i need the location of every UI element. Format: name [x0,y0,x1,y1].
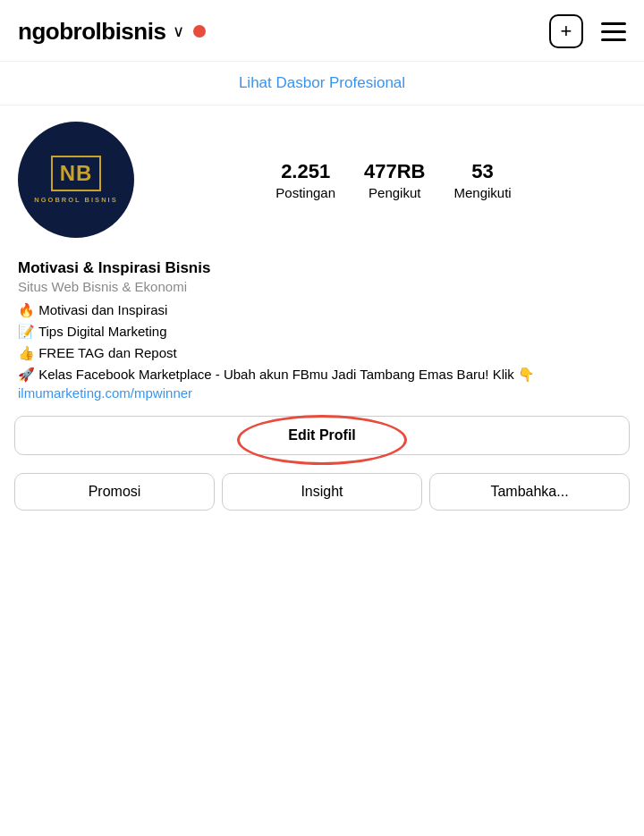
edit-profil-button[interactable]: Edit Profil [14,416,630,455]
stat-mengikuti-label: Mengikuti [454,185,512,200]
chevron-down-icon[interactable]: ∨ [173,21,184,41]
stat-mengikuti-number: 53 [471,160,493,183]
menu-line-1 [601,22,626,25]
plus-icon: + [561,20,572,43]
insight-button[interactable]: Insight [222,473,422,511]
bio-line-1: 🔥 Motivasi dan Inspirasi [18,300,626,321]
actions-section: Edit Profil Promosi Insight Tambahka... [0,401,644,511]
stat-postingan-number: 2.251 [281,160,330,183]
stat-pengikut-label: Pengikut [369,185,420,200]
profile-section: NB NGOBROL BISNIS 2.251 Postingan 477RB … [0,106,644,247]
header-left: ngobrolbisnis ∨ [18,18,206,46]
nb-letters: NB [60,161,93,186]
bio-line-2: 📝 Tips Digital Marketing [18,321,626,342]
menu-button[interactable] [601,22,626,41]
live-indicator [193,25,206,38]
bio-section: Motivasi & Inspirasi Bisnis Situs Web Bi… [0,259,644,401]
bio-line-4: 🚀 Kelas Facebook Marketplace - Ubah akun… [18,364,626,385]
bio-name: Motivasi & Inspirasi Bisnis [18,259,626,277]
avatar-inner: NB NGOBROL BISNIS [18,122,134,238]
username[interactable]: ngobrolbisnis [18,18,165,46]
menu-line-3 [601,38,626,41]
stat-postingan-label: Postingan [275,185,335,200]
avatar[interactable]: NB NGOBROL BISNIS [18,122,134,238]
stat-pengikut: 477RB Pengikut [364,160,425,200]
stat-mengikuti: 53 Mengikuti [454,160,512,200]
secondary-actions-row: Promosi Insight Tambahka... [14,473,630,511]
nb-logo-box: NB [51,156,102,191]
bio-category: Situs Web Bisnis & Ekonomi [18,279,626,294]
stat-postingan: 2.251 Postingan [275,160,335,200]
stat-pengikut-number: 477RB [364,160,425,183]
bio-line-3: 👍 FREE TAG dan Repost [18,342,626,364]
dashboard-link[interactable]: Lihat Dasbor Profesional [239,74,405,91]
avatar-container: NB NGOBROL BISNIS [18,122,134,238]
dashboard-banner: Lihat Dasbor Profesional [0,62,644,106]
stats-container: 2.251 Postingan 477RB Pengikut 53 Mengik… [161,160,626,200]
header-right: + [549,14,626,48]
menu-line-2 [601,30,626,33]
avatar-brand-text: NGOBROL BISNIS [34,196,117,204]
add-button[interactable]: + [549,14,583,48]
promosi-button[interactable]: Promosi [14,473,215,511]
profile-top: NB NGOBROL BISNIS 2.251 Postingan 477RB … [18,122,626,238]
tambahkan-button[interactable]: Tambahka... [429,473,630,511]
header: ngobrolbisnis ∨ + [0,0,644,62]
bio-link[interactable]: ilmumarketing.com/mpwinner [18,385,192,401]
